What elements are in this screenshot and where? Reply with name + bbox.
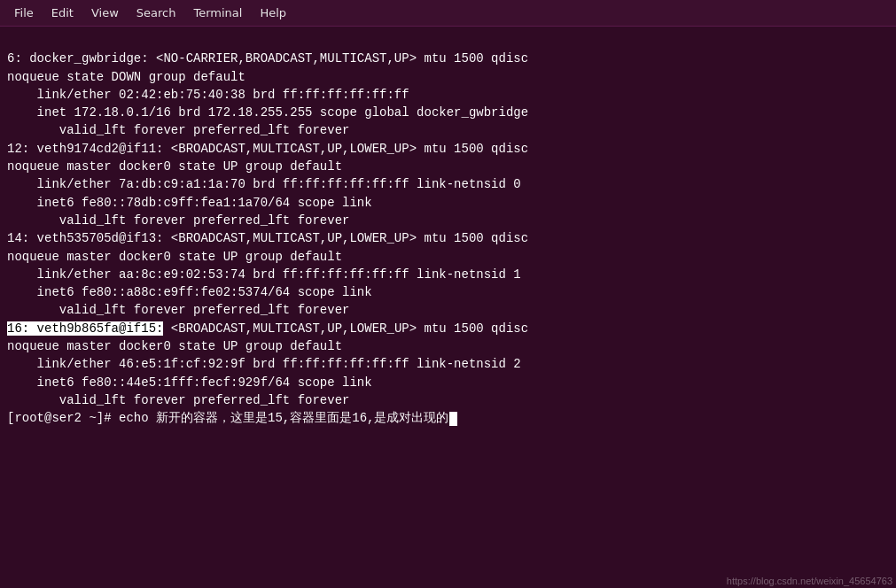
terminal-line: link/ether aa:8c:e9:02:53:74 brd ff:ff:f… [7,266,889,283]
terminal-line: noqueue state DOWN group default [7,68,889,86]
terminal-line: link/ether 7a:db:c9:a1:1a:70 brd ff:ff:f… [7,175,889,193]
terminal-line: noqueue master docker0 state UP group de… [7,248,889,266]
terminal-line: 12: veth9174cd2@if11: <BROADCAST,MULTICA… [7,140,889,158]
terminal-line: inet 172.18.0.1/16 brd 172.18.255.255 sc… [7,104,889,121]
menu-bar: File Edit View Search Terminal Help [0,0,896,27]
terminal-line: inet6 fe80::a88c:e9ff:fe02:5374/64 scope… [7,283,889,301]
terminal-line: link/ether 02:42:eb:75:40:38 brd ff:ff:f… [7,86,889,104]
terminal-line: 14: veth535705d@if13: <BROADCAST,MULTICA… [7,229,889,247]
terminal-line: valid_lft forever preferred_lft forever [7,301,889,319]
terminal-line: inet6 fe80::78db:c9ff:fea1:1a70/64 scope… [7,194,889,212]
terminal-line: noqueue master docker0 state UP group de… [7,337,889,355]
terminal-line: 6: docker_gwbridge: <NO-CARRIER,BROADCAS… [7,50,889,67]
terminal-line: inet6 fe80::44e5:1fff:fecf:929f/64 scope… [7,374,889,391]
menu-item-help[interactable]: Help [253,4,293,21]
cursor [449,412,457,426]
menu-item-view[interactable]: View [84,4,126,21]
terminal-body: 6: docker_gwbridge: <NO-CARRIER,BROADCAS… [0,27,896,588]
menu-item-terminal[interactable]: Terminal [186,4,249,21]
terminal-line: 16: veth9b865fa@if15: <BROADCAST,MULTICA… [7,320,889,337]
menu-item-search[interactable]: Search [129,4,183,21]
terminal-line: valid_lft forever preferred_lft forever [7,121,889,139]
terminal-line: link/ether 46:e5:1f:cf:92:9f brd ff:ff:f… [7,355,889,373]
watermark: https://blog.csdn.net/weixin_45654763 [727,576,892,586]
menu-item-edit[interactable]: Edit [44,4,81,21]
prompt-line: [root@ser2 ~]# echo 新开的容器，这里是15,容器里面是16,… [7,409,889,427]
terminal-line: valid_lft forever preferred_lft forever [7,391,889,409]
terminal-line: valid_lft forever preferred_lft forever [7,212,889,229]
terminal-line: noqueue master docker0 state UP group de… [7,158,889,175]
menu-item-file[interactable]: File [7,4,41,21]
